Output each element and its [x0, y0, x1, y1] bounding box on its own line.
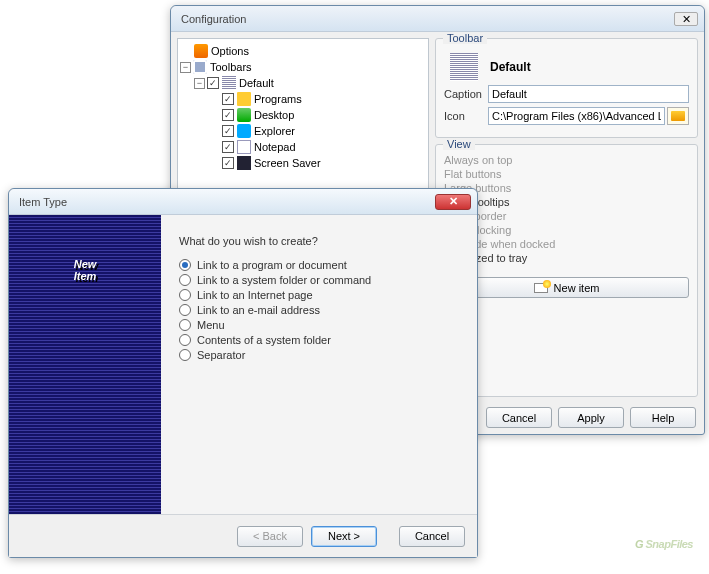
tree-label: Notepad — [254, 141, 296, 153]
cancel-button[interactable]: Cancel — [486, 407, 552, 428]
radio-label: Link to a program or document — [197, 259, 347, 271]
radio-link-internet[interactable]: Link to an Internet page — [179, 289, 463, 301]
expander-minus-icon[interactable]: − — [194, 78, 205, 89]
radio-separator[interactable]: Separator — [179, 349, 463, 361]
close-icon: ✕ — [449, 195, 458, 207]
wizard-footer: < Back Next > Cancel — [9, 515, 477, 557]
tree-node-screensaver[interactable]: Screen Saver — [180, 155, 426, 171]
checkbox[interactable] — [222, 125, 234, 137]
tree-node-notepad[interactable]: Notepad — [180, 139, 426, 155]
item-type-title: Item Type — [19, 196, 435, 208]
view-option-min-to-tray[interactable]: Minimized to tray — [444, 251, 689, 265]
checkbox[interactable] — [222, 93, 234, 105]
toolbars-icon — [193, 60, 207, 74]
checkbox[interactable] — [222, 157, 234, 169]
radio-icon — [179, 349, 191, 361]
checkbox[interactable] — [222, 109, 234, 121]
radio-icon — [179, 319, 191, 331]
desktop-icon — [237, 108, 251, 122]
radio-icon — [179, 274, 191, 286]
view-option-large-buttons[interactable]: Large buttons — [444, 181, 689, 195]
radio-link-program[interactable]: Link to a program or document — [179, 259, 463, 271]
tree-label: Default — [239, 77, 274, 89]
toolbar-icon — [222, 76, 236, 90]
radio-label: Contents of a system folder — [197, 334, 331, 346]
sidebar-text-line2: Item — [74, 271, 97, 283]
view-option-flat-buttons[interactable]: Flat buttons — [444, 167, 689, 181]
folder-icon — [237, 92, 251, 106]
explorer-icon — [237, 124, 251, 138]
screensaver-icon — [237, 156, 251, 170]
radio-menu[interactable]: Menu — [179, 319, 463, 331]
back-button[interactable]: < Back — [237, 526, 303, 547]
expander-minus-icon[interactable]: − — [180, 62, 191, 73]
new-item-icon — [534, 283, 548, 293]
config-titlebar[interactable]: Configuration ✕ — [171, 6, 704, 32]
wizard-content: What do you wish to create? Link to a pr… — [161, 215, 477, 514]
tree-label: Toolbars — [210, 61, 252, 73]
close-icon[interactable]: ✕ — [674, 12, 698, 26]
tree-node-default[interactable]: − Default — [180, 75, 426, 91]
radio-folder-contents[interactable]: Contents of a system folder — [179, 334, 463, 346]
close-button[interactable]: ✕ — [435, 194, 471, 210]
view-option-show-tooltips[interactable]: Show tooltips — [444, 195, 689, 209]
checkbox[interactable] — [207, 77, 219, 89]
checkbox[interactable] — [222, 141, 234, 153]
next-button[interactable]: Next > — [311, 526, 377, 547]
view-group-label: View — [443, 138, 475, 150]
radio-label: Menu — [197, 319, 225, 331]
toolbar-group: Toolbar Default Caption Icon — [435, 38, 698, 138]
radio-label: Link to an Internet page — [197, 289, 313, 301]
tree-node-programs[interactable]: Programs — [180, 91, 426, 107]
apply-button[interactable]: Apply — [558, 407, 624, 428]
radio-icon — [179, 289, 191, 301]
wizard-sidebar-graphic: New Item — [9, 215, 161, 514]
caption-input[interactable] — [488, 85, 689, 103]
new-item-label: New item — [554, 282, 600, 294]
caption-label: Caption — [444, 88, 488, 100]
radio-label: Link to an e-mail address — [197, 304, 320, 316]
tree-label: Options — [211, 45, 249, 57]
watermark: G SnapFiles — [635, 526, 693, 554]
view-option-show-border[interactable]: Show border — [444, 209, 689, 223]
item-type-dialog: Item Type ✕ New Item What do you wish to… — [8, 188, 478, 558]
new-item-button[interactable]: New item — [444, 277, 689, 298]
toolbar-group-label: Toolbar — [443, 32, 487, 44]
radio-link-email[interactable]: Link to an e-mail address — [179, 304, 463, 316]
tree-node-options[interactable]: Options — [180, 43, 426, 59]
help-button[interactable]: Help — [630, 407, 696, 428]
tree-label: Explorer — [254, 125, 295, 137]
radio-link-system-folder[interactable]: Link to a system folder or command — [179, 274, 463, 286]
wizard-question: What do you wish to create? — [179, 235, 463, 247]
tree-node-desktop[interactable]: Desktop — [180, 107, 426, 123]
tree-label: Desktop — [254, 109, 294, 121]
icon-label: Icon — [444, 110, 488, 122]
view-option-always-on-top[interactable]: Always on top — [444, 153, 689, 167]
item-type-titlebar[interactable]: Item Type ✕ — [9, 189, 477, 215]
notepad-icon — [237, 140, 251, 154]
radio-label: Separator — [197, 349, 245, 361]
radio-icon — [179, 334, 191, 346]
radio-icon — [179, 304, 191, 316]
radio-icon — [179, 259, 191, 271]
tree-label: Programs — [254, 93, 302, 105]
toolbar-preview-icon — [450, 53, 478, 81]
radio-label: Link to a system folder or command — [197, 274, 371, 286]
view-option-allow-docking[interactable]: Allow docking — [444, 223, 689, 237]
sidebar-text-line1: New — [74, 259, 97, 271]
toolbar-name: Default — [490, 60, 531, 74]
tree-node-toolbars[interactable]: − Toolbars — [180, 59, 426, 75]
cancel-button[interactable]: Cancel — [399, 526, 465, 547]
browse-icon-button[interactable] — [667, 107, 689, 125]
config-title: Configuration — [181, 13, 674, 25]
tree-label: Screen Saver — [254, 157, 321, 169]
icon-path-input[interactable] — [488, 107, 665, 125]
tree-node-explorer[interactable]: Explorer — [180, 123, 426, 139]
view-option-autohide[interactable]: Autohide when docked — [444, 237, 689, 251]
options-icon — [194, 44, 208, 58]
